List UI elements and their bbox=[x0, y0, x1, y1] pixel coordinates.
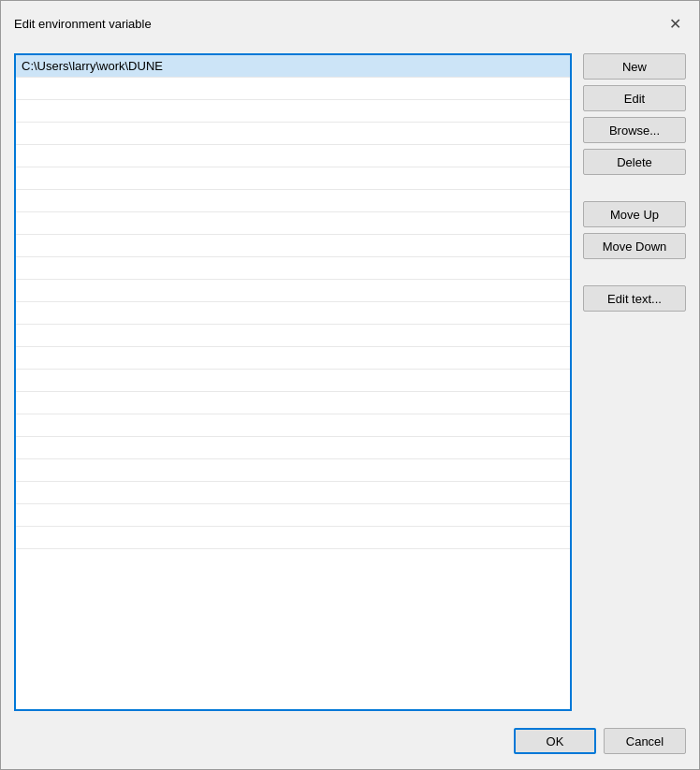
list-item[interactable] bbox=[16, 370, 570, 392]
content-area: C:\Users\larry\work\DUNE New Edit Browse… bbox=[1, 44, 699, 720]
ok-button[interactable]: OK bbox=[514, 728, 596, 754]
buttons-panel: New Edit Browse... Delete Move Up Move D… bbox=[583, 53, 686, 711]
list-item[interactable] bbox=[16, 235, 570, 257]
move-down-button[interactable]: Move Down bbox=[583, 233, 686, 259]
list-item[interactable] bbox=[16, 414, 570, 437]
list-item[interactable] bbox=[16, 145, 570, 167]
close-button[interactable]: ✕ bbox=[662, 10, 688, 36]
move-up-button[interactable]: Move Up bbox=[583, 201, 686, 227]
edit-env-var-dialog: Edit environment variable ✕ C:\Users\lar… bbox=[0, 0, 700, 770]
list-item[interactable] bbox=[16, 78, 570, 100]
list-item[interactable] bbox=[16, 257, 570, 280]
title-bar: Edit environment variable ✕ bbox=[1, 1, 699, 44]
env-var-list[interactable]: C:\Users\larry\work\DUNE bbox=[14, 53, 572, 711]
list-item[interactable]: C:\Users\larry\work\DUNE bbox=[16, 55, 570, 78]
list-item[interactable] bbox=[16, 167, 570, 190]
list-item[interactable] bbox=[16, 190, 570, 212]
browse-button[interactable]: Browse... bbox=[583, 117, 686, 143]
list-item[interactable] bbox=[16, 527, 570, 549]
list-item[interactable] bbox=[16, 100, 570, 123]
cancel-button[interactable]: Cancel bbox=[604, 728, 686, 754]
list-item[interactable] bbox=[16, 392, 570, 414]
list-item[interactable] bbox=[16, 347, 570, 370]
list-item[interactable] bbox=[16, 302, 570, 325]
list-item[interactable] bbox=[16, 437, 570, 459]
list-item[interactable] bbox=[16, 504, 570, 527]
spacer-1 bbox=[583, 181, 686, 196]
list-item[interactable] bbox=[16, 123, 570, 145]
list-item[interactable] bbox=[16, 459, 570, 482]
list-item[interactable] bbox=[16, 482, 570, 504]
spacer-2 bbox=[583, 265, 686, 280]
new-button[interactable]: New bbox=[583, 53, 686, 80]
edit-button[interactable]: Edit bbox=[583, 85, 686, 111]
list-item[interactable] bbox=[16, 325, 570, 347]
list-item[interactable] bbox=[16, 212, 570, 235]
list-item[interactable] bbox=[16, 280, 570, 302]
edit-text-button[interactable]: Edit text... bbox=[583, 285, 686, 312]
dialog-title: Edit environment variable bbox=[14, 17, 152, 31]
delete-button[interactable]: Delete bbox=[583, 149, 686, 175]
footer: OK Cancel bbox=[1, 720, 699, 769]
